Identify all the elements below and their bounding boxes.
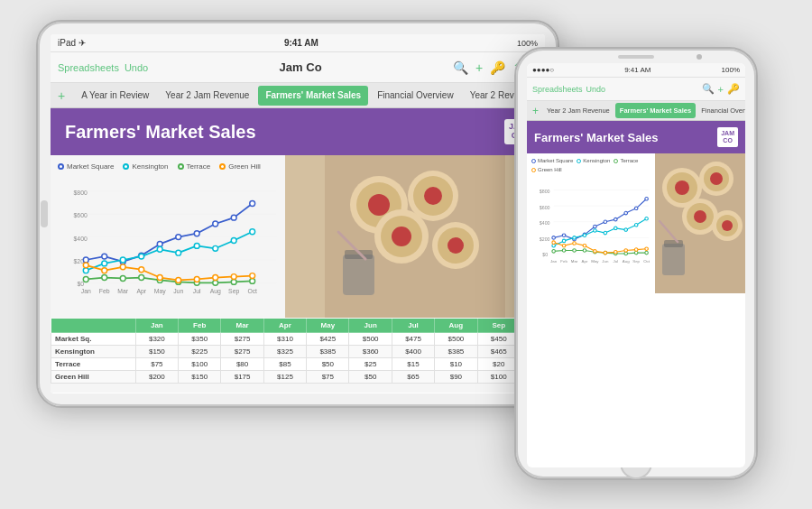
svg-point-55 (176, 278, 181, 283)
legend-greenhill: Green Hill (219, 162, 261, 171)
ipad-battery: 100% (517, 39, 538, 48)
svg-point-113 (624, 228, 628, 232)
ipad-data-table: Jan Feb Mar Apr May Jun Jul Aug Sep O (51, 318, 545, 384)
iphone-spreadsheets-link[interactable]: Spreadsheets (532, 85, 583, 94)
svg-text:Feb: Feb (560, 259, 567, 264)
ipad-doc-title: Jam Co (153, 60, 448, 74)
svg-point-25 (176, 235, 181, 240)
th-feb: Feb (179, 319, 221, 333)
undo-button[interactable]: Undo (125, 62, 148, 73)
svg-point-34 (157, 246, 162, 252)
table-row: Kensington $150$225 $275$325 $385$360 $4… (51, 346, 545, 358)
svg-text:Jul: Jul (193, 288, 201, 294)
svg-point-110 (594, 229, 597, 233)
iphone-food-photo (655, 153, 745, 293)
iphone-screen: ●●●●○ 9:41 AM 100% Spreadsheets Undo 🔍 +… (527, 63, 745, 467)
svg-point-29 (250, 201, 255, 207)
iphone-add-tab[interactable]: + (530, 105, 541, 117)
svg-point-30 (83, 268, 88, 273)
add-icon[interactable]: + (475, 60, 483, 75)
th-aug: Aug (435, 319, 477, 333)
search-icon[interactable]: 🔍 (453, 60, 468, 75)
svg-text:$600: $600 (540, 205, 550, 210)
svg-text:Sep: Sep (632, 259, 640, 264)
svg-text:Mar: Mar (117, 288, 128, 294)
tool-icon[interactable]: 🔑 (490, 60, 505, 75)
svg-text:$0: $0 (77, 281, 84, 287)
row-kensington: Kensington (51, 346, 136, 358)
ipad-food-photo (285, 155, 545, 318)
tab-financial[interactable]: Financial Overview (370, 86, 460, 106)
iphone-tab-financial[interactable]: Financial Overview (697, 103, 745, 118)
legend-kensington: Kensington (123, 162, 168, 171)
legend-market-square: Market Square (58, 162, 114, 171)
row-greenhill: Green Hill (51, 371, 136, 384)
iphone-sheet-title: Farmers' Market Sales (534, 131, 659, 144)
svg-point-50 (83, 263, 88, 268)
table-row: Green Hill $200$150 $175$125 $75$50 $65$… (51, 371, 545, 384)
svg-point-117 (562, 249, 566, 253)
svg-point-112 (614, 227, 618, 230)
ipad-chart-area: Market Square Kensington Terrace (51, 155, 545, 318)
iphone-undo-button[interactable]: Undo (586, 85, 606, 94)
svg-text:Jul: Jul (613, 259, 618, 264)
iphone-speaker (618, 55, 654, 59)
iphone-search-icon[interactable]: 🔍 (702, 83, 715, 95)
svg-point-105 (645, 198, 649, 201)
svg-point-24 (157, 242, 162, 247)
iphone-tab-year2-jam[interactable]: Year 2 Jam Revenue (542, 103, 614, 118)
svg-point-35 (176, 250, 181, 255)
svg-text:$200: $200 (540, 236, 550, 242)
svg-point-39 (250, 229, 255, 235)
svg-point-114 (634, 224, 638, 227)
iphone-legend: Market Square Kensington Terrace Gr (531, 158, 651, 172)
svg-point-36 (194, 243, 199, 248)
iphone-tab-farmers[interactable]: Farmers' Market Sales (615, 103, 696, 118)
svg-point-115 (645, 217, 649, 221)
svg-point-28 (231, 215, 236, 220)
svg-text:$400: $400 (540, 220, 550, 226)
svg-text:$800: $800 (74, 190, 88, 196)
th-may: May (307, 319, 349, 333)
svg-point-56 (194, 277, 199, 282)
svg-text:May: May (591, 259, 599, 264)
iphone-legend-terrace: Terrace (614, 158, 638, 163)
legend-terrace: Terrace (178, 162, 211, 171)
legend-dot-terrace (178, 163, 184, 170)
ipad-device: iPad ✈ 9:41 AM 100% Spreadsheets Undo Ja… (36, 20, 559, 408)
svg-point-135 (645, 247, 649, 251)
iphone-camera (697, 54, 702, 60)
tab-year-review[interactable]: A Year in Review (74, 86, 156, 106)
ipad-data-table-wrapper: Jan Feb Mar Apr May Jun Jul Aug Sep O (51, 318, 545, 384)
svg-point-128 (573, 242, 577, 245)
svg-text:Oct: Oct (247, 288, 257, 294)
svg-point-127 (562, 244, 566, 247)
svg-text:Jun: Jun (173, 288, 183, 294)
spreadsheets-link[interactable]: Spreadsheets (58, 62, 119, 73)
svg-point-58 (231, 274, 236, 280)
ipad-home-button (41, 200, 48, 227)
svg-point-125 (645, 251, 649, 255)
svg-point-63 (368, 194, 390, 216)
legend-dot-kensington (123, 163, 129, 170)
svg-point-104 (634, 207, 638, 210)
tab-year2-jam[interactable]: Year 2 Jam Revenue (158, 86, 256, 106)
iphone-add-icon[interactable]: + (718, 84, 724, 95)
add-tab-button[interactable]: + (54, 88, 69, 104)
svg-point-37 (213, 245, 218, 251)
svg-point-139 (675, 180, 689, 195)
svg-text:Apr: Apr (582, 259, 588, 264)
svg-point-103 (624, 211, 628, 215)
svg-point-21 (102, 254, 107, 259)
svg-text:Sep: Sep (228, 288, 239, 295)
iphone-tool-icon[interactable]: 🔑 (727, 83, 740, 95)
ipad-chart-left: Market Square Kensington Terrace (51, 155, 285, 318)
svg-point-132 (614, 250, 618, 254)
svg-point-130 (594, 250, 597, 254)
iphone-legend-dot-market (531, 159, 536, 163)
svg-point-59 (250, 273, 255, 279)
svg-point-134 (634, 248, 638, 252)
tab-farmers-market[interactable]: Farmers' Market Sales (258, 86, 368, 106)
svg-point-133 (624, 249, 628, 253)
svg-point-38 (231, 238, 236, 244)
